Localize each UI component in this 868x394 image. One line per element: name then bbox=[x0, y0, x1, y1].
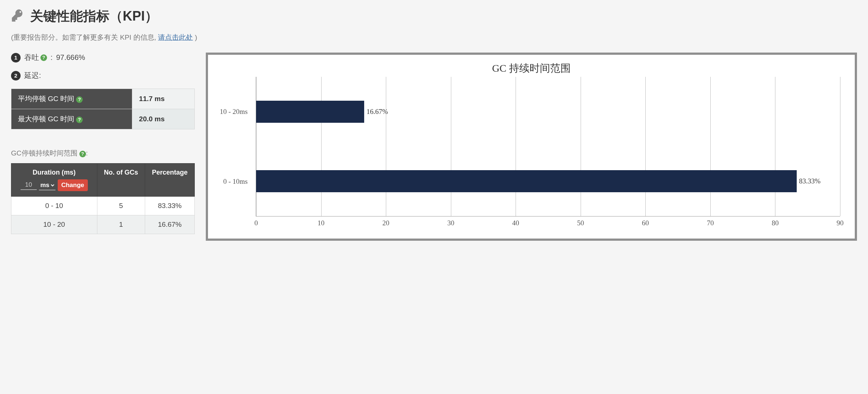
chart-xtick: 70 bbox=[707, 219, 714, 227]
chart-gridline bbox=[451, 77, 451, 216]
badge-2: 2 bbox=[11, 71, 21, 80]
duration-unit-select[interactable]: ms bbox=[39, 180, 55, 190]
chart-title: GC 持续时间范围 bbox=[215, 61, 847, 75]
chart-xtick: 50 bbox=[577, 219, 584, 227]
kpi-info-link[interactable]: 请点击此处 bbox=[158, 33, 193, 41]
chart-xtick: 90 bbox=[837, 219, 844, 227]
chart-xtick: 30 bbox=[447, 219, 454, 227]
subtitle-prefix: (重要报告部分。如需了解更多有关 KPI 的信息, bbox=[11, 33, 158, 41]
chart-bar-label: 16.67% bbox=[366, 108, 388, 116]
chart-xtick: 10 bbox=[318, 219, 324, 227]
chart-ytick: 10 - 20ms bbox=[215, 108, 252, 116]
chart-gridline bbox=[710, 77, 711, 216]
duration-table: Duration (ms) ms Change No. of GCs Perce… bbox=[11, 163, 195, 234]
subtitle-suffix: ) bbox=[195, 33, 197, 41]
chart-xtick: 0 bbox=[254, 219, 258, 227]
latency-line: 2 延迟: bbox=[11, 71, 195, 80]
cell-pct: 16.67% bbox=[145, 215, 194, 234]
table-row: 平均停顿 GC 时间 ? 11.7 ms bbox=[11, 89, 195, 109]
chart-gridline bbox=[581, 77, 581, 216]
chart-gridline bbox=[840, 77, 840, 216]
duration-section-label: GC停顿持续时间范围 bbox=[11, 149, 78, 157]
col-pct: Percentage bbox=[145, 164, 194, 197]
kpi-row-value: 11.7 ms bbox=[132, 89, 195, 109]
chart-xtick: 40 bbox=[512, 219, 519, 227]
table-row: 最大停顿 GC 时间 ? 20.0 ms bbox=[11, 109, 195, 129]
kpi-table: 平均停顿 GC 时间 ? 11.7 ms 最大停顿 GC 时间 ? 20.0 m… bbox=[11, 89, 195, 129]
subtitle: (重要报告部分。如需了解更多有关 KPI 的信息, 请点击此处 ) bbox=[11, 33, 857, 42]
chart-bar-label: 83.33% bbox=[799, 177, 821, 185]
chart-xtick: 60 bbox=[642, 219, 649, 227]
chart-bar bbox=[256, 170, 797, 192]
cell-count: 1 bbox=[97, 215, 145, 234]
badge-1: 1 bbox=[11, 53, 21, 62]
throughput-line: 1 吞吐 ? : 97.666% bbox=[11, 53, 195, 62]
kpi-row-label: 最大停顿 GC 时间 bbox=[18, 115, 74, 123]
cell-range: 10 - 20 bbox=[11, 215, 97, 234]
chart-ytick: 0 - 10ms bbox=[215, 178, 252, 186]
kpi-row-label: 平均停顿 GC 时间 bbox=[18, 95, 74, 103]
throughput-label: 吞吐 bbox=[24, 53, 39, 62]
throughput-value: 97.666% bbox=[56, 53, 85, 62]
table-row: 0 - 10 5 83.33% bbox=[11, 197, 195, 215]
col-duration: Duration (ms) bbox=[15, 169, 93, 176]
change-button[interactable]: Change bbox=[58, 179, 88, 191]
chart-xtick: 80 bbox=[772, 219, 779, 227]
chart-card: GC 持续时间范围 010203040506070809016.67%83.33… bbox=[206, 53, 857, 241]
chart-gridline bbox=[321, 77, 322, 216]
chart-bar bbox=[256, 101, 364, 123]
page-title: 关键性能指标（KPI） bbox=[30, 7, 158, 25]
chart-gridline bbox=[386, 77, 386, 216]
chart-gridline bbox=[645, 77, 646, 216]
cell-range: 0 - 10 bbox=[11, 197, 97, 215]
help-icon[interactable]: ? bbox=[76, 117, 83, 123]
help-icon[interactable]: ? bbox=[40, 54, 47, 61]
help-icon[interactable]: ? bbox=[76, 96, 83, 103]
chart-gridline bbox=[256, 77, 257, 216]
latency-label: 延迟: bbox=[24, 71, 41, 80]
table-row: 10 - 20 1 16.67% bbox=[11, 215, 195, 234]
cell-count: 5 bbox=[97, 197, 145, 215]
chart-gridline bbox=[516, 77, 516, 216]
chart-xtick: 20 bbox=[383, 219, 390, 227]
chart-gridline bbox=[775, 77, 775, 216]
duration-input[interactable] bbox=[21, 180, 37, 190]
cell-pct: 83.33% bbox=[145, 197, 194, 215]
col-gcs: No. of GCs bbox=[97, 164, 145, 197]
key-icon bbox=[11, 8, 25, 24]
kpi-row-value: 20.0 ms bbox=[132, 109, 195, 129]
help-icon[interactable]: ? bbox=[79, 151, 86, 157]
chart-plot: 010203040506070809016.67%83.33% 10 - 20m… bbox=[215, 77, 847, 231]
